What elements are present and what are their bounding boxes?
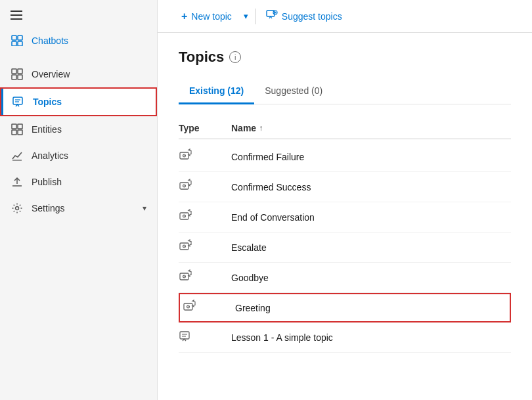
hamburger-menu[interactable]	[0, 0, 157, 25]
suggest-topics-label: Suggest topics	[282, 11, 342, 22]
new-topic-label: New topic	[191, 11, 231, 22]
row-type-cell	[183, 300, 235, 316]
new-topic-button[interactable]: + New topic	[173, 7, 240, 26]
main-content: + New topic ▾ Suggest topics Topics i	[158, 0, 532, 400]
system-topic-icon	[179, 269, 193, 286]
row-name-cell: Escalate	[231, 242, 511, 253]
table-row-selected[interactable]: Greeting	[179, 293, 511, 322]
table-row[interactable]: Confirmed Failure	[179, 142, 511, 172]
toolbar-divider	[255, 9, 255, 24]
row-type-cell	[179, 269, 231, 286]
new-topic-dropdown-button[interactable]: ▾	[240, 7, 252, 25]
toolbar: + New topic ▾ Suggest topics	[158, 0, 532, 33]
analytics-icon	[11, 149, 24, 162]
tab-suggested-label: Suggested (0)	[265, 85, 322, 96]
row-name-cell: Goodbye	[231, 273, 511, 283]
user-topic-icon	[179, 329, 193, 345]
system-topic-icon	[179, 148, 193, 165]
page-title-row: Topics i	[179, 49, 511, 66]
sidebar-nav: Overview Topics	[0, 56, 157, 227]
publish-icon	[11, 175, 24, 189]
table-row[interactable]: Escalate	[179, 233, 511, 263]
tabs: Existing (12) Suggested (0)	[179, 79, 511, 104]
system-topic-icon	[179, 209, 193, 225]
svg-rect-5	[18, 69, 22, 74]
table-row[interactable]: Goodbye	[179, 263, 511, 293]
row-name-cell: Confirmed Success	[231, 182, 511, 192]
tab-suggested[interactable]: Suggested (0)	[254, 79, 333, 104]
svg-rect-7	[18, 75, 22, 79]
svg-point-18	[16, 207, 19, 210]
tab-existing-label: Existing (12)	[189, 85, 244, 96]
settings-icon	[11, 202, 24, 215]
sidebar-item-chatbots[interactable]: Chatbots	[0, 25, 157, 56]
svg-point-37	[184, 276, 185, 277]
chatbots-icon	[11, 33, 24, 48]
entities-icon	[11, 123, 24, 136]
settings-chevron-icon: ▾	[143, 204, 146, 213]
svg-point-28	[184, 185, 185, 187]
svg-rect-14	[18, 130, 22, 135]
sidebar-item-entities-label: Entities	[32, 124, 62, 135]
row-name-cell: Greeting	[235, 303, 507, 313]
row-type-cell	[179, 239, 231, 256]
system-topic-icon	[179, 179, 193, 195]
table-row[interactable]: End of Conversation	[179, 202, 511, 233]
sidebar-item-publish-label: Publish	[32, 177, 62, 187]
row-name-cell: Lesson 1 - A simple topic	[231, 332, 511, 343]
row-type-cell	[179, 148, 231, 165]
svg-rect-13	[12, 130, 16, 135]
svg-rect-1	[18, 35, 22, 40]
table-header: Type Name ↑	[179, 118, 511, 139]
page-title: Topics	[179, 49, 224, 66]
row-name-cell: End of Conversation	[231, 212, 511, 223]
suggest-topics-button[interactable]: Suggest topics	[258, 5, 350, 27]
sidebar-item-settings[interactable]: Settings ▾	[0, 195, 157, 221]
sidebar-item-entities[interactable]: Entities	[0, 116, 157, 143]
sidebar-item-settings-label: Settings	[32, 203, 65, 213]
info-icon[interactable]: i	[229, 51, 241, 63]
row-type-cell	[179, 329, 231, 345]
overview-icon	[11, 68, 24, 81]
sidebar-item-analytics[interactable]: Analytics	[0, 143, 157, 169]
topics-table: Type Name ↑	[179, 118, 511, 353]
svg-rect-11	[12, 124, 16, 129]
content-area: Topics i Existing (12) Suggested (0) Typ…	[158, 33, 532, 400]
svg-rect-8	[13, 97, 22, 104]
sidebar-item-overview-label: Overview	[32, 69, 70, 79]
col-header-type: Type	[179, 123, 231, 133]
sidebar-item-topics-label: Topics	[33, 97, 62, 107]
sidebar-item-overview[interactable]: Overview	[0, 61, 157, 87]
svg-rect-0	[12, 35, 16, 40]
plus-icon: +	[181, 11, 187, 22]
sidebar-item-analytics-label: Analytics	[32, 150, 68, 161]
table-row[interactable]: Confirmed Success	[179, 172, 511, 202]
tab-existing[interactable]: Existing (12)	[179, 79, 254, 104]
row-type-cell	[179, 209, 231, 225]
chevron-down-icon: ▾	[244, 11, 248, 21]
hamburger-icon	[11, 11, 146, 20]
chatbots-label: Chatbots	[32, 35, 68, 46]
table-row[interactable]: Lesson 1 - A simple topic	[179, 322, 511, 353]
svg-point-25	[184, 155, 185, 156]
svg-point-31	[184, 215, 185, 217]
row-type-cell	[179, 179, 231, 195]
svg-point-34	[184, 246, 185, 247]
sidebar-item-topics[interactable]: Topics	[0, 87, 157, 116]
suggest-topics-icon	[266, 9, 278, 23]
svg-rect-4	[12, 69, 16, 74]
svg-rect-2	[12, 41, 16, 46]
sort-arrow-icon: ↑	[259, 123, 263, 133]
topics-icon	[12, 95, 25, 108]
system-topic-icon	[179, 239, 193, 256]
sidebar-item-publish[interactable]: Publish	[0, 169, 157, 195]
svg-rect-6	[12, 75, 16, 79]
svg-point-40	[188, 306, 189, 307]
row-name-cell: Confirmed Failure	[231, 152, 511, 162]
col-header-name: Name ↑	[231, 123, 511, 133]
system-topic-icon	[183, 300, 197, 316]
svg-rect-3	[18, 41, 22, 46]
svg-rect-12	[18, 124, 22, 129]
svg-rect-41	[180, 332, 189, 339]
sidebar: Chatbots Overview	[0, 0, 158, 400]
